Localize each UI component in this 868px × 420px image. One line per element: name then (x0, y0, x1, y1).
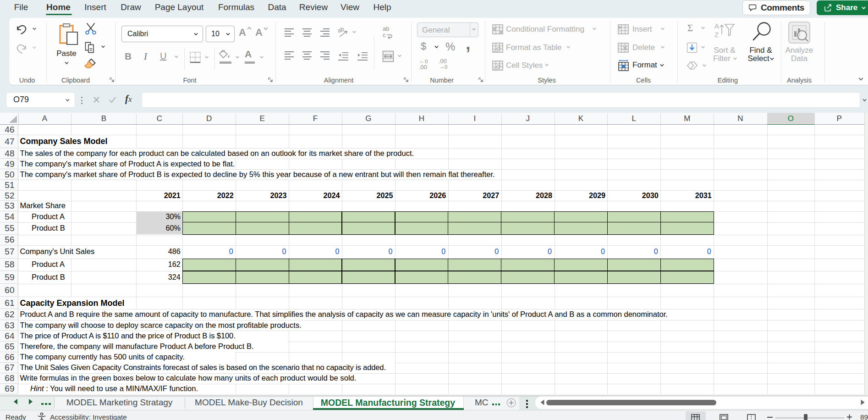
svg-text:Z: Z (714, 31, 719, 39)
svg-text:c: c (383, 32, 386, 39)
svg-text:A: A (714, 22, 719, 30)
svg-text:ab: ab (383, 26, 389, 32)
